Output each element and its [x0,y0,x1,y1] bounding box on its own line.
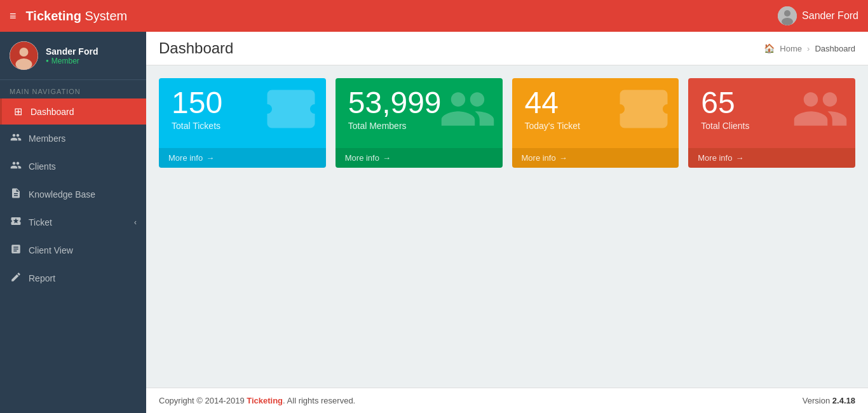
main-layout: Sander Ford Member MAIN NAVIGATION ⊞ Das… [0,32,868,413]
topbar-avatar [778,6,797,25]
topbar: ≡ Ticketing System Sander Ford [0,0,868,32]
copyright-text: Copyright © 2014-2019 [159,396,247,405]
stat-card-total-clients-footer[interactable]: More info → [688,148,855,168]
topbar-username: Sander Ford [802,10,858,22]
todays-ticket-number: 44 [525,88,581,118]
todays-ticket-icon [615,81,672,146]
total-clients-number: 65 [701,88,749,118]
sidebar-user-role: Member [46,57,98,65]
total-tickets-number: 150 [172,88,222,118]
sidebar-user-info: Sander Ford Member [46,46,98,65]
sidebar-item-label: Client View [29,245,73,255]
version-label: Version [803,396,830,405]
app-brand: Ticketing System [26,9,128,24]
footer-copyright: Copyright © 2014-2019 Ticketing. All rig… [159,396,355,405]
total-tickets-label: Total Tickets [172,121,222,131]
more-info-label: More info [345,153,379,163]
stat-card-todays-ticket-info: 44 Today's Ticket [525,88,581,131]
chevron-right-icon: ‹ [134,218,137,227]
dashboard-body: 150 Total Tickets More info → [146,65,868,388]
sidebar-item-label: Clients [29,161,56,172]
breadcrumb-separator: › [807,44,810,53]
stat-card-total-members: 53,999 Total Members More info → [336,78,503,168]
topbar-user[interactable]: Sander Ford [778,6,858,25]
todays-ticket-label: Today's Ticket [525,121,581,131]
breadcrumb-current: Dashboard [815,44,855,53]
more-info-label: More info [168,153,203,163]
footer-brand-link[interactable]: Ticketing [247,396,283,405]
stat-card-total-clients: 65 Total Clients More info → [688,78,855,168]
total-clients-icon [792,81,849,146]
footer: Copyright © 2014-2019 Ticketing. All rig… [146,388,868,413]
arrow-icon: → [559,153,567,163]
sidebar-item-ticket[interactable]: Ticket ‹ [0,208,146,236]
svg-point-5 [16,58,32,70]
topbar-left: ≡ Ticketing System [10,9,127,24]
stat-card-total-tickets: 150 Total Tickets More info → [159,78,326,168]
sidebar-nav-label: MAIN NAVIGATION [0,80,146,98]
arrow-icon: → [383,153,391,163]
stat-card-total-tickets-body: 150 Total Tickets [159,78,326,148]
stat-card-todays-ticket-footer[interactable]: More info → [512,148,679,168]
brand-light: System [81,9,127,23]
breadcrumb: 🏠 Home › Dashboard [764,43,855,53]
footer-version: Version 2.4.18 [803,396,855,405]
stat-card-total-members-footer[interactable]: More info → [336,148,503,168]
sidebar: Sander Ford Member MAIN NAVIGATION ⊞ Das… [0,32,146,413]
clients-icon [10,159,22,173]
arrow-icon: → [206,153,214,163]
sidebar-item-report[interactable]: Report [0,264,146,292]
version-number: 2.4.18 [832,396,855,405]
knowledge-base-icon [10,187,22,201]
members-icon [10,132,22,146]
sidebar-item-knowledge-base[interactable]: Knowledge Base [0,180,146,208]
sidebar-item-label: Knowledge Base [29,189,95,200]
page-title: Dashboard [159,39,233,57]
more-info-label: More info [698,153,732,163]
stat-card-total-members-info: 53,999 Total Members [348,88,442,131]
hamburger-menu[interactable]: ≡ [10,10,17,23]
svg-point-2 [782,18,793,25]
stat-card-total-tickets-footer[interactable]: More info → [159,148,326,168]
svg-point-1 [784,10,790,17]
content-area: Dashboard 🏠 Home › Dashboard 150 Total T… [146,32,868,413]
sidebar-item-dashboard[interactable]: ⊞ Dashboard [0,98,146,125]
home-icon: 🏠 [764,43,775,53]
sidebar-item-label: Members [29,133,65,144]
arrow-icon: → [735,153,743,163]
stat-card-total-members-body: 53,999 Total Members [336,78,503,148]
sidebar-item-label: Ticket [29,217,52,227]
client-view-icon [10,243,22,257]
stat-card-todays-ticket: 44 Today's Ticket More info → [512,78,679,168]
sidebar-item-label: Dashboard [31,107,74,117]
sidebar-user-name: Sander Ford [46,46,98,57]
total-tickets-icon [262,81,320,146]
total-members-number: 53,999 [348,88,442,118]
svg-point-4 [20,48,29,57]
sidebar-item-label: Report [29,273,55,283]
ticket-icon [10,215,22,229]
sidebar-item-client-view[interactable]: Client View [0,236,146,264]
footer-rights: . All rights reserved. [283,396,355,405]
total-members-icon [439,81,496,146]
stat-card-todays-ticket-body: 44 Today's Ticket [512,78,679,148]
stat-card-total-clients-info: 65 Total Clients [701,88,749,131]
report-icon [10,271,22,285]
dashboard-icon: ⊞ [11,105,24,118]
brand-bold: Ticketing [26,9,81,23]
stat-card-total-tickets-info: 150 Total Tickets [172,88,222,131]
page-header: Dashboard 🏠 Home › Dashboard [146,32,868,65]
sidebar-item-clients[interactable]: Clients [0,152,146,180]
more-info-label: More info [522,153,556,163]
breadcrumb-home[interactable]: Home [780,44,802,53]
sidebar-avatar [10,41,38,70]
total-clients-label: Total Clients [701,121,749,131]
stat-card-total-clients-body: 65 Total Clients [688,78,855,148]
sidebar-user-profile: Sander Ford Member [0,32,146,80]
total-members-label: Total Members [348,121,442,131]
sidebar-item-members[interactable]: Members [0,125,146,152]
stats-row: 150 Total Tickets More info → [159,78,855,168]
